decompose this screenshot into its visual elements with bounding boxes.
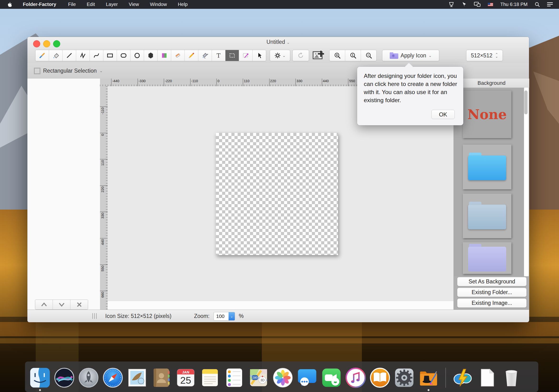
tool-eraser[interactable] bbox=[171, 50, 185, 61]
running-indicator bbox=[428, 389, 429, 391]
background-tile-folder-legacy[interactable] bbox=[463, 194, 511, 238]
existing-image-button[interactable]: Existing Image... bbox=[457, 299, 527, 308]
background-tile-none[interactable]: None bbox=[463, 91, 511, 138]
layers-panel bbox=[27, 79, 100, 310]
ruler-major-tick bbox=[164, 79, 164, 86]
menu-clock[interactable]: Thu 6:18 PM bbox=[500, 2, 528, 7]
set-as-background-button[interactable]: Set As Background bbox=[457, 277, 527, 286]
dock-item-facetime[interactable] bbox=[320, 366, 342, 392]
dock-item-contacts[interactable] bbox=[150, 366, 172, 392]
transparent-canvas[interactable] bbox=[216, 133, 338, 255]
apple-menu[interactable] bbox=[7, 2, 12, 7]
running-indicator bbox=[39, 389, 41, 391]
menu-item-edit[interactable]: Edit bbox=[87, 2, 95, 7]
tool-ellipse[interactable] bbox=[130, 50, 144, 61]
icon-size-stepper[interactable]: 512×512 ⌃⌄ bbox=[466, 50, 503, 61]
tool-paint-bucket[interactable] bbox=[49, 50, 63, 61]
zoom-in-button[interactable] bbox=[329, 50, 345, 61]
dock-item-messages[interactable] bbox=[296, 366, 318, 392]
stepper-arrows-icon[interactable]: ⌃⌄ bbox=[495, 53, 498, 58]
zoom-out-button[interactable] bbox=[361, 50, 376, 61]
ruler-label-h: -220 bbox=[165, 79, 172, 83]
scrollbar-thumb[interactable] bbox=[524, 91, 528, 114]
dock-item-siri[interactable] bbox=[53, 366, 75, 392]
purple-folder-icon: ✱ bbox=[390, 52, 398, 59]
import-image-button[interactable] bbox=[311, 50, 326, 61]
us-flag-icon[interactable] bbox=[488, 3, 493, 6]
window-titlebar[interactable]: Untitled ⌄ T ⌄ 1 ✱ Apply Icon ⌄ bbox=[27, 37, 529, 63]
tool-polygon[interactable] bbox=[144, 50, 158, 61]
selection-mode-dropdown[interactable]: Rectangular Selection ⌄ bbox=[34, 68, 102, 74]
dock-item-ibooks[interactable] bbox=[369, 366, 391, 392]
dock-item-launchpad[interactable] bbox=[78, 366, 100, 392]
ruler-major-tick bbox=[243, 79, 243, 86]
move-down-button[interactable] bbox=[53, 300, 70, 309]
tool-polyline[interactable] bbox=[76, 50, 90, 61]
tool-pencil[interactable] bbox=[185, 50, 198, 61]
dock-item-photos[interactable] bbox=[272, 366, 294, 392]
chevron-down-icon: ⌄ bbox=[100, 69, 102, 73]
tool-curve[interactable] bbox=[90, 50, 103, 61]
menu-item-help[interactable]: Help bbox=[178, 2, 188, 7]
dock-item-mail[interactable] bbox=[126, 366, 148, 392]
settings-gear-button[interactable]: ⌄ bbox=[270, 50, 290, 61]
notification-center-icon[interactable] bbox=[547, 2, 553, 7]
dock-item-itunes[interactable] bbox=[345, 366, 367, 392]
menu-item-window[interactable]: Window bbox=[150, 2, 167, 7]
tool-move-arrow[interactable] bbox=[253, 50, 266, 61]
folder-legacy-icon bbox=[468, 202, 506, 230]
menu-app-name[interactable]: Folder-Factory bbox=[23, 2, 56, 7]
spotlight-icon[interactable] bbox=[535, 2, 540, 7]
tool-text[interactable]: T bbox=[212, 50, 225, 61]
apply-icon-button[interactable]: ✱ Apply Icon ⌄ bbox=[382, 50, 439, 61]
dock-item-calendar[interactable]: JAN25 bbox=[175, 366, 197, 392]
dock-item-maps[interactable]: 2803D bbox=[248, 366, 270, 392]
menu-items: FileEditLayerViewWindowHelp bbox=[68, 2, 188, 7]
none-label: None bbox=[468, 106, 507, 122]
ruler-label-h: -330 bbox=[139, 79, 146, 83]
dock-item-reminders[interactable] bbox=[223, 366, 245, 392]
tool-magic-wand[interactable] bbox=[239, 50, 253, 61]
move-up-button[interactable] bbox=[35, 300, 53, 309]
tool-rectangle[interactable] bbox=[103, 50, 117, 61]
menu-item-file[interactable]: File bbox=[68, 2, 76, 7]
airplay-display-icon[interactable] bbox=[448, 2, 455, 7]
dock-item-document[interactable] bbox=[476, 366, 498, 392]
rotate-button[interactable] bbox=[292, 50, 309, 61]
scrollbar-track[interactable] bbox=[524, 88, 529, 276]
chevron-down-icon: ⌄ bbox=[282, 53, 285, 58]
background-tile-folder-blue[interactable] bbox=[463, 145, 511, 189]
ruler-label-v: 220 bbox=[101, 187, 104, 192]
dock-item-safari[interactable] bbox=[102, 366, 124, 392]
svg-text:3D: 3D bbox=[261, 378, 265, 382]
tool-line[interactable] bbox=[63, 50, 76, 61]
displays-icon[interactable] bbox=[474, 2, 481, 7]
menu-item-view[interactable]: View bbox=[129, 2, 139, 7]
tool-gradient[interactable] bbox=[158, 50, 171, 61]
combo-dropdown-icon[interactable]: ⌄ bbox=[229, 312, 235, 320]
delete-layer-button[interactable] bbox=[70, 300, 88, 309]
marquee-icon bbox=[34, 68, 40, 74]
tool-rectangular-selection[interactable] bbox=[225, 50, 239, 61]
dock-item-notes[interactable] bbox=[199, 366, 221, 392]
dock-item-system-preferences[interactable] bbox=[393, 366, 415, 392]
tool-eyedropper[interactable] bbox=[36, 50, 49, 61]
background-tile-folder-purple[interactable] bbox=[463, 242, 511, 274]
window-title[interactable]: Untitled ⌄ bbox=[27, 39, 529, 45]
dock-item-trash[interactable] bbox=[500, 366, 522, 392]
tool-rounded-rectangle[interactable] bbox=[117, 50, 130, 61]
dock-item-finder[interactable] bbox=[29, 366, 51, 392]
ok-button[interactable]: OK bbox=[431, 110, 455, 119]
image-plus-icon bbox=[313, 50, 325, 60]
existing-folder-button[interactable]: Existing Folder... bbox=[457, 288, 527, 297]
chevron-down-icon: ⌄ bbox=[429, 53, 432, 58]
background-list[interactable]: None bbox=[454, 88, 529, 276]
dock-item-folder-factory[interactable] bbox=[418, 366, 439, 392]
tool-airbrush[interactable] bbox=[198, 50, 212, 61]
menu-item-layer[interactable]: Layer bbox=[106, 2, 118, 7]
drag-handle[interactable] bbox=[92, 313, 98, 319]
zoom-actual-size-button[interactable]: 1 bbox=[345, 50, 361, 61]
zoom-combobox[interactable]: 100 ⌄ bbox=[214, 312, 235, 321]
dock-item-lightning[interactable] bbox=[452, 366, 474, 392]
cursor-arrow-icon[interactable] bbox=[462, 2, 467, 7]
